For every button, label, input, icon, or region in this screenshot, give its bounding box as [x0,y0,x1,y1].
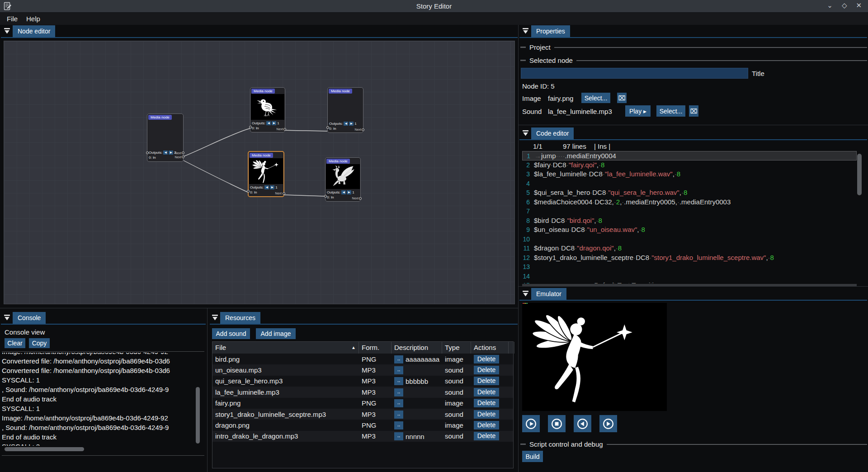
output-pin[interactable] [362,128,364,131]
tab-resources[interactable]: Resources [220,312,260,324]
output-pin[interactable] [182,156,184,158]
code-line[interactable]: 2$fairy·DC8·"fairy.qoi",·8 [522,160,857,170]
outputs-next-button[interactable]: ▶ [347,190,351,194]
delete-button[interactable]: Delete [474,355,499,363]
edit-description-button[interactable]: .. [394,355,403,363]
node-media-bird[interactable]: Media node Outputs: ◀ ▶ [250,87,285,132]
code-line[interactable]: 1→jump····.mediaEntry0004 [522,151,857,160]
tab-emulator[interactable]: Emulator [531,288,566,300]
edit-description-button[interactable]: .. [394,399,403,407]
node-media-start[interactable]: Media node Outputs: ◀ ▶ 2 0: In Next Nex… [147,113,184,162]
tab-code-editor[interactable]: Code editor [531,127,574,139]
horizontal-splitter[interactable] [519,286,868,287]
outputs-next-button[interactable]: ▶ [169,151,173,155]
code-line[interactable]: 4 [522,179,857,189]
sound-clear-button[interactable]: ⌧ [689,105,698,117]
code-line[interactable]: 11$dragon·DC8·"dragon.qoi",·8 [522,244,857,253]
code-editor-scrollbar[interactable] [857,154,862,195]
close-icon[interactable]: ✕ [856,1,862,9]
code-line[interactable]: 10 [522,235,857,244]
table-row[interactable]: fairy.pngPNG..imageDelete [212,398,513,409]
output-pin[interactable] [283,128,286,131]
table-row[interactable]: dragon.pngPNG..imageDelete [212,420,513,430]
title-input[interactable] [521,68,748,79]
tab-node-editor[interactable]: Node editor [13,25,55,37]
delete-button[interactable]: Delete [474,432,499,440]
console-copy-button[interactable]: Copy [29,338,50,348]
delete-button[interactable]: Delete [474,421,499,430]
collapse-panel-icon[interactable] [522,290,529,297]
sound-play-button[interactable]: Play ▸ [625,105,651,117]
sound-select-button[interactable]: Select... [656,105,685,117]
outputs-next-button[interactable]: ▶ [272,121,276,125]
build-button[interactable]: Build [522,451,543,462]
minimize-icon[interactable]: ⌄ [827,1,833,9]
code-line[interactable]: 7 [522,207,857,216]
horizontal-splitter[interactable] [0,308,518,308]
output-pin[interactable] [182,151,184,154]
input-pin[interactable] [249,126,252,128]
table-row[interactable]: un_oiseau.mp3MP3..soundDelete [212,364,513,375]
outputs-prev-button[interactable]: ◀ [341,190,346,194]
vertical-splitter[interactable] [207,308,208,472]
delete-button[interactable]: Delete [474,388,499,396]
code-line[interactable]: 14 [522,272,857,281]
outputs-next-button[interactable]: ▶ [349,122,354,126]
collapse-panel-icon[interactable] [212,314,219,321]
edit-description-button[interactable]: .. [394,377,403,385]
delete-button[interactable]: Delete [474,410,499,419]
output-pin[interactable] [283,192,285,195]
node-graph-canvas[interactable]: Media node Outputs: ◀ ▶ 2 0: In Next Nex… [4,41,515,304]
outputs-prev-button[interactable]: ◀ [163,151,168,155]
column-header-actions[interactable]: Actions [471,342,509,354]
edit-description-button[interactable]: .. [394,388,403,396]
code-line[interactable]: 13 [522,262,857,272]
delete-button[interactable]: Delete [474,366,499,374]
table-row[interactable]: intro_drako_le_dragon.mp3MP3..nnnnnsound… [212,431,513,442]
outputs-prev-button[interactable]: ◀ [344,122,348,126]
input-pin[interactable] [326,126,329,129]
column-header-form[interactable]: Form. [359,342,392,354]
edit-description-button[interactable]: .. [394,432,403,440]
menu-help[interactable]: Help [26,15,40,23]
horizontal-splitter[interactable] [519,125,868,125]
stop-button[interactable] [548,415,566,432]
image-select-button[interactable]: Select... [581,93,610,103]
input-pin[interactable] [247,190,250,193]
console-clear-button[interactable]: Clear [5,338,25,348]
play-button[interactable] [522,415,540,432]
collapse-panel-icon[interactable] [522,130,529,137]
image-clear-button[interactable]: ⌧ [617,93,627,103]
console-vscrollbar[interactable] [196,387,200,444]
code-line[interactable]: 15 Default Text Transition [522,281,857,283]
code-line[interactable]: 12$story1_drako_luminelle_sceptre·DC8·"s… [522,253,857,263]
collapse-panel-icon[interactable] [522,28,529,34]
delete-button[interactable]: Delete [474,399,499,407]
delete-button[interactable]: Delete [474,377,499,385]
maximize-icon[interactable]: ◇ [842,1,847,9]
add-sound-button[interactable]: Add sound [212,328,250,339]
node-media-dragon[interactable]: Media node Outputs: ◀ ▶ [325,157,361,202]
node-media-empty[interactable]: Media node Outputs: ◀ ▶ 1 0: In Next [327,87,363,133]
edit-description-button[interactable]: .. [394,411,403,419]
step-back-button[interactable] [574,415,591,432]
code-line[interactable]: 8$bird·DC8·"bird.qoi",·8 [522,216,857,226]
code-lines[interactable]: 1→jump····.mediaEntry00042$fairy·DC8·"fa… [522,151,857,283]
menu-file[interactable]: File [7,15,18,23]
collapse-panel-icon[interactable] [4,314,11,321]
code-line[interactable]: 6$mediaChoice0004·DC32,·2,·.mediaEntry00… [522,198,857,207]
column-header-file[interactable]: File▲ [212,342,359,354]
code-line[interactable]: 9$un_oiseau·DC8·"un_oiseau.wav",·8 [522,225,857,235]
console-log[interactable]: Image: /home/anthony/ostproj/ba869e4b-03… [2,353,195,446]
table-row[interactable]: qui_sera_le_hero.mp3MP3..bbbbbbsoundDele… [212,376,513,387]
outputs-next-button[interactable]: ▶ [270,185,274,189]
code-line[interactable]: 5$qui_sera_le_hero·DC8·"qui_sera_le_hero… [522,188,857,198]
step-forward-button[interactable] [599,415,617,432]
input-pin[interactable] [324,195,327,198]
table-row[interactable]: story1_drako_luminelle_sceptre.mp3MP3..s… [212,409,513,420]
input-pin[interactable] [146,151,149,154]
node-media-fairy[interactable]: Media node [248,151,284,197]
console-hscrollbar[interactable] [5,447,84,451]
tab-properties[interactable]: Properties [531,25,570,37]
tab-console[interactable]: Console [13,312,46,324]
